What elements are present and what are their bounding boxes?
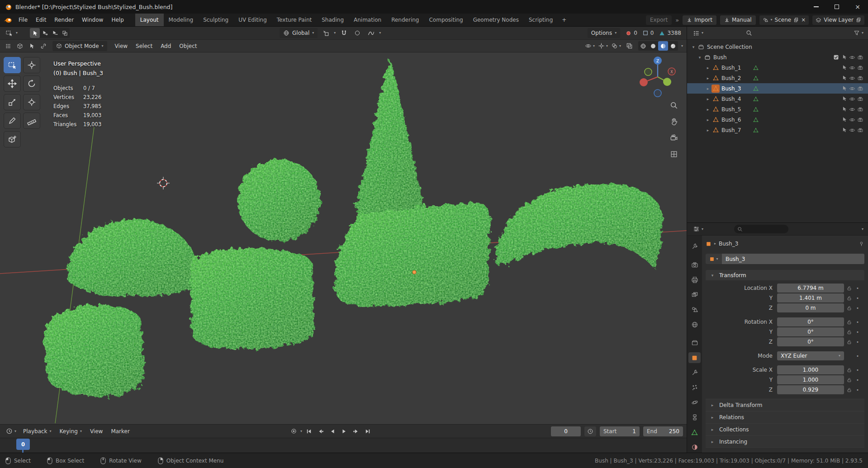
measure-tool[interactable]: [23, 113, 40, 129]
property-field[interactable]: XYZ Euler ▾: [777, 351, 844, 360]
header-cube-icon[interactable]: [14, 41, 25, 51]
tab-particles[interactable]: [688, 382, 701, 393]
property-field[interactable]: 6.7794 m ▾: [777, 284, 844, 293]
render-visibility-icon[interactable]: [856, 105, 864, 113]
manual-button[interactable]: Manual: [720, 15, 756, 25]
disclosure-icon[interactable]: ▸: [704, 66, 711, 70]
property-field[interactable]: 1.000 ▾: [777, 375, 844, 384]
jump-to-end-button[interactable]: [362, 426, 373, 436]
select-mode-subtract-icon[interactable]: [50, 28, 60, 38]
disclosure-icon[interactable]: ▸: [704, 107, 711, 112]
3d-viewport[interactable]: User Perspective (0) Bush | Bush_3 Objec…: [0, 52, 687, 424]
proportional-falloff-icon[interactable]: [365, 28, 376, 38]
lock-icon[interactable]: [844, 330, 854, 335]
menu-item[interactable]: Help: [107, 14, 128, 26]
chevron-down-icon[interactable]: ▾: [862, 31, 863, 35]
new-view-layer-icon[interactable]: [856, 17, 861, 23]
outliner-object-row[interactable]: ▸ Bush_7: [687, 125, 868, 135]
outliner-object-row[interactable]: ▸ Bush_2: [687, 73, 868, 83]
visibility-dropdown[interactable]: ▾: [585, 43, 595, 49]
workspace-tab[interactable]: Animation: [349, 14, 386, 26]
view-layer-selector[interactable]: View Layer: [812, 15, 864, 25]
select-mode-new-icon[interactable]: [30, 28, 40, 38]
use-preview-range-icon[interactable]: [584, 426, 596, 436]
hide-eye-icon[interactable]: [848, 116, 856, 124]
selectable-icon[interactable]: [840, 126, 848, 134]
lock-icon[interactable]: [844, 320, 854, 325]
animate-dot-icon[interactable]: •: [854, 296, 861, 301]
bush-cube-mid-mesh[interactable]: [190, 248, 314, 350]
disclosure-icon[interactable]: ▸: [704, 86, 711, 91]
property-field[interactable]: 0° ▾: [777, 327, 844, 336]
workspace-tab[interactable]: Sculpting: [198, 14, 233, 26]
properties-search-field[interactable]: [734, 225, 788, 233]
collection-checkbox[interactable]: [832, 53, 840, 61]
menu-item[interactable]: Keying ▾: [56, 425, 86, 438]
tab-object-data[interactable]: [688, 427, 701, 438]
timeline-editor-type-icon[interactable]: [4, 426, 14, 436]
render-visibility-icon[interactable]: [856, 74, 864, 82]
new-scene-icon[interactable]: [793, 17, 799, 23]
import-button[interactable]: Import: [683, 15, 716, 25]
collapse-icon[interactable]: »: [675, 17, 679, 24]
property-field[interactable]: 0° ▾: [777, 317, 844, 326]
gizmo-y-axis[interactable]: [663, 78, 671, 86]
workspace-tab[interactable]: Rendering: [386, 14, 424, 26]
lock-icon[interactable]: [844, 378, 854, 383]
hide-eye-icon[interactable]: [848, 105, 856, 113]
disclosure-icon[interactable]: ▾: [696, 55, 703, 60]
add-workspace-button[interactable]: +: [558, 17, 570, 23]
breadcrumb-object-name[interactable]: Bush_3: [719, 241, 738, 247]
workspace-tab[interactable]: Texture Paint: [272, 14, 317, 26]
add-cube-tool[interactable]: [4, 131, 21, 147]
select-mode-intersect-icon[interactable]: [60, 28, 70, 38]
render-visibility-icon[interactable]: [856, 126, 864, 134]
object-origin-dot[interactable]: [413, 270, 416, 274]
scale-tool[interactable]: [4, 94, 21, 110]
disclosure-icon[interactable]: ▸: [704, 76, 711, 80]
bush-cube-left-mesh[interactable]: [44, 305, 144, 397]
animate-dot-icon[interactable]: •: [854, 340, 861, 345]
menu-item[interactable]: Object: [175, 40, 201, 52]
disclosure-icon[interactable]: ▸: [704, 97, 711, 101]
property-field[interactable]: 0° ▾: [777, 337, 844, 346]
shading-material-icon[interactable]: [658, 41, 668, 51]
animate-dot-icon[interactable]: •: [854, 286, 861, 291]
property-field[interactable]: 1.401 m ▾: [777, 293, 844, 303]
chevron-down-icon[interactable]: ▾: [862, 227, 863, 231]
lock-icon[interactable]: [844, 296, 854, 301]
panel-section-header[interactable]: ▸ Relations: [706, 411, 864, 423]
selectable-icon[interactable]: [840, 74, 848, 82]
tab-object[interactable]: [688, 352, 701, 363]
menu-item[interactable]: Render: [50, 14, 78, 26]
blender-logo-icon[interactable]: [4, 16, 13, 24]
animate-dot-icon[interactable]: •: [854, 354, 861, 359]
object-name-field[interactable]: Bush_3: [722, 254, 864, 264]
properties-editor-type-icon[interactable]: [691, 224, 702, 234]
gizmo-x-neg-axis[interactable]: [640, 78, 648, 86]
start-frame-field[interactable]: Start 1: [600, 426, 640, 436]
menu-item[interactable]: View: [111, 40, 132, 52]
filter-funnel-icon[interactable]: [854, 30, 860, 36]
bush-sphere-mesh[interactable]: [237, 159, 321, 241]
menu-item[interactable]: Window: [78, 14, 107, 26]
workspace-tab[interactable]: Scripting: [524, 14, 558, 26]
tab-world[interactable]: [688, 319, 701, 330]
menu-item[interactable]: Edit: [32, 14, 50, 26]
chevron-down-icon[interactable]: ▾: [379, 31, 381, 35]
ortho-toggle-icon[interactable]: [668, 148, 680, 160]
selectable-icon[interactable]: [840, 116, 848, 124]
selectable-icon[interactable]: [840, 95, 848, 103]
panel-section-header[interactable]: ▸ Collections: [706, 423, 864, 435]
select-box-tool[interactable]: [4, 57, 21, 73]
transform-tool[interactable]: [23, 94, 40, 110]
workspace-tab[interactable]: Shading: [317, 14, 349, 26]
close-button[interactable]: ×: [847, 0, 868, 14]
end-frame-field[interactable]: End 250: [643, 426, 683, 436]
play-button[interactable]: [339, 426, 349, 436]
workspace-tab[interactable]: Layout: [135, 14, 164, 26]
outliner-display-mode-icon[interactable]: [691, 28, 702, 38]
maximize-button[interactable]: [826, 0, 847, 14]
animate-dot-icon[interactable]: •: [854, 320, 861, 325]
tab-tool[interactable]: [688, 241, 701, 252]
